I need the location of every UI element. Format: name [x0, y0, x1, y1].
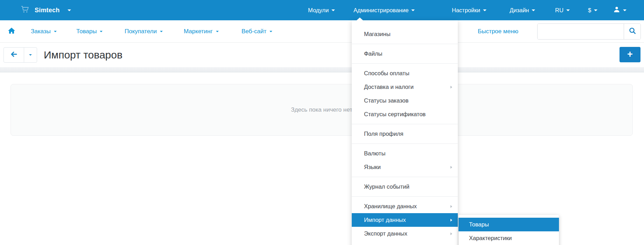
admin-menu-item[interactable]: Языки	[352, 160, 458, 174]
admin-menu-item[interactable]: Магазины	[352, 27, 458, 41]
search-icon	[629, 27, 636, 36]
empty-state-text: Здесь пока ничего нет	[291, 106, 352, 113]
admin-menu-item-label: Импорт данных	[364, 217, 450, 223]
admin-menu-item-label: Способы оплаты	[364, 70, 452, 77]
cart-icon	[21, 6, 29, 15]
menu-group: ВалютыЯзыки	[352, 144, 458, 177]
nav-bar: Заказы Товары Покупатели Маркетинг Веб-с…	[0, 20, 644, 43]
nav-website[interactable]: Веб-сайт	[241, 20, 272, 43]
topmenu-modules[interactable]: Модули	[308, 0, 335, 20]
menu-group: Способы оплатыДоставка и налогиСтатусы з…	[352, 64, 458, 124]
chevron-down-icon	[594, 9, 597, 11]
chevron-down-icon	[331, 9, 335, 11]
admin-menu-item-label: Магазины	[364, 31, 452, 37]
user-icon	[613, 6, 620, 14]
admin-dropdown: МагазиныФайлыСпособы оплатыДоставка и на…	[352, 20, 458, 245]
chevron-down-icon	[623, 9, 626, 11]
menu-group: Хранилище данныхИмпорт данныхЭкспорт дан…	[352, 197, 458, 243]
menu-group: Файлы	[352, 44, 458, 64]
menu-group: Поля профиля	[352, 124, 458, 144]
chevron-down-icon	[411, 9, 415, 11]
search-box	[537, 23, 641, 40]
topmenu-design[interactable]: Дизайн	[510, 0, 535, 20]
import-submenu-item-label: Характеристики	[469, 235, 553, 241]
chevron-down-icon	[54, 31, 57, 32]
admin-menu-item[interactable]: Импорт данных	[352, 213, 458, 227]
chevron-down-icon	[216, 31, 219, 32]
chevron-down-icon	[532, 9, 535, 11]
submenu-arrow-icon	[450, 219, 452, 222]
admin-menu-item-label: Статусы заказов	[364, 97, 452, 104]
search-button[interactable]	[624, 24, 640, 39]
admin-menu-item[interactable]: Журнал событий	[352, 180, 458, 194]
arrow-left-icon	[10, 51, 18, 59]
topmenu-settings[interactable]: Настройки	[452, 0, 486, 20]
quick-menu-link[interactable]: Быстрое меню	[478, 20, 518, 43]
top-bar: Simtech Модули Администрирование Настрой…	[0, 0, 644, 20]
import-submenu-item[interactable]: Характеристики	[458, 231, 559, 245]
chevron-down-icon	[29, 54, 32, 56]
topmenu-currency[interactable]: $	[588, 0, 597, 20]
search-input[interactable]	[538, 24, 624, 39]
add-button[interactable]	[620, 47, 640, 62]
admin-menu-item[interactable]: Файлы	[352, 47, 458, 61]
admin-menu-item[interactable]: Статусы заказов	[352, 94, 458, 107]
admin-menu-item-label: Поля профиля	[364, 131, 452, 137]
admin-menu-item-label: Экспорт данных	[364, 230, 450, 237]
admin-menu-item[interactable]: Поля профиля	[352, 127, 458, 141]
home-button[interactable]	[8, 20, 15, 43]
submenu-arrow-icon	[450, 86, 452, 89]
topmenu-account[interactable]	[613, 0, 626, 20]
submenu-arrow-icon	[450, 166, 452, 169]
chevron-down-icon	[270, 31, 272, 32]
title-bar: Импорт товаров	[0, 43, 644, 67]
chevron-down-icon	[160, 31, 163, 32]
empty-state-panel: Здесь пока ничего нет	[10, 84, 633, 136]
admin-menu-item[interactable]: Валюты	[352, 147, 458, 160]
admin-menu-item-label: Журнал событий	[364, 183, 452, 190]
chevron-down-icon	[566, 9, 570, 11]
nav-marketing[interactable]: Маркетинг	[184, 20, 219, 43]
chevron-down-icon	[68, 9, 71, 11]
admin-menu-item[interactable]: Статусы сертификатов	[352, 107, 458, 121]
chevron-down-icon	[100, 31, 103, 32]
nav-orders[interactable]: Заказы	[31, 20, 57, 43]
submenu-arrow-icon	[450, 232, 452, 235]
admin-menu-item-label: Языки	[364, 164, 450, 170]
admin-menu-item[interactable]: Экспорт данных	[352, 227, 458, 240]
admin-menu-item-label: Валюты	[364, 150, 452, 157]
nav-products[interactable]: Товары	[76, 20, 103, 43]
admin-menu-item-label: Статусы сертификатов	[364, 111, 452, 118]
menu-group: Магазины	[352, 24, 458, 44]
import-submenu-item[interactable]: Товары	[458, 218, 559, 231]
menu-group: Журнал событий	[352, 177, 458, 197]
import-submenu-item-label: Товары	[469, 221, 553, 228]
brand-name: Simtech	[35, 7, 59, 14]
import-submenu: ТоварыХарактеристики	[458, 215, 559, 245]
admin-menu-item-label: Хранилище данных	[364, 203, 450, 210]
admin-menu-item-label: Файлы	[364, 50, 452, 57]
admin-menu-item[interactable]: Хранилище данных	[352, 200, 458, 213]
content-top-band	[0, 67, 644, 72]
submenu-arrow-icon	[450, 205, 452, 208]
store-switcher[interactable]: Simtech	[21, 0, 71, 20]
back-history-button[interactable]	[24, 48, 37, 62]
page-title: Импорт товаров	[44, 43, 122, 67]
chevron-down-icon	[483, 9, 486, 11]
home-icon	[8, 27, 15, 36]
admin-menu-item[interactable]: Способы оплаты	[352, 66, 458, 80]
nav-customers[interactable]: Покупатели	[125, 20, 163, 43]
topmenu-language[interactable]: RU	[555, 0, 570, 20]
back-button[interactable]	[4, 48, 24, 62]
admin-menu-item-label: Доставка и налоги	[364, 84, 450, 90]
admin-menu-item[interactable]: Доставка и налоги	[352, 80, 458, 94]
back-button-group	[4, 47, 37, 63]
